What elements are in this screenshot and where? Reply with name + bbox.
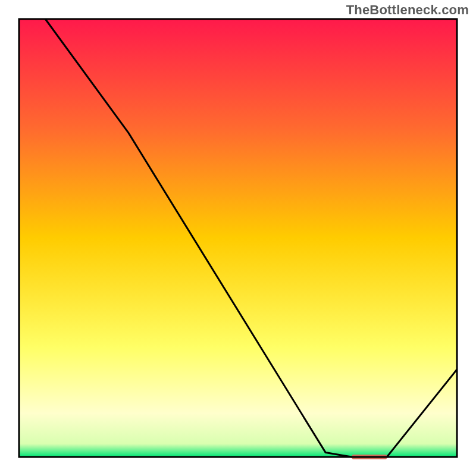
chart-container: TheBottleneck.com — [0, 0, 476, 476]
chart-background — [19, 19, 457, 457]
bottleneck-chart — [0, 0, 476, 476]
